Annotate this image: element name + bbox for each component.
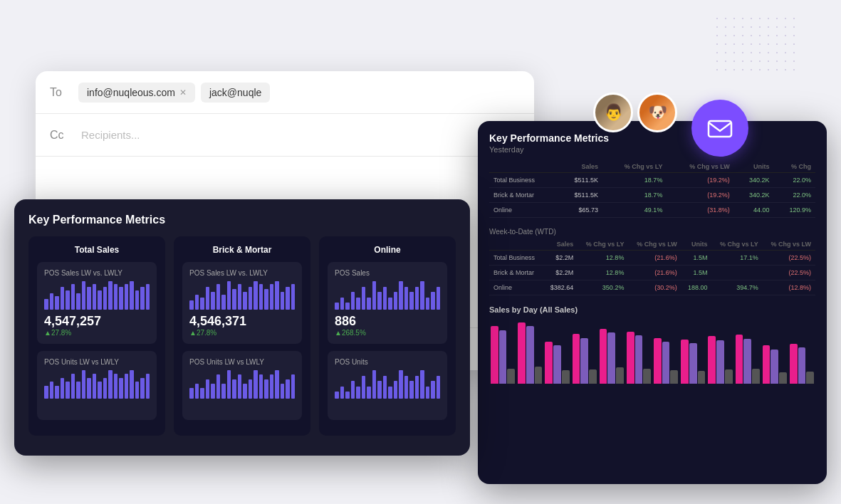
kpi-col-title-1: Brick & Mortar <box>182 245 302 255</box>
table-cell: (31.8%) <box>667 203 733 218</box>
kpi-bar-item <box>254 370 258 399</box>
bar-gray <box>670 370 678 384</box>
sales-chart-section: Sales by Day (All Sales) <box>489 305 815 384</box>
table-cell: 188.00 <box>681 280 712 295</box>
bar-group-7 <box>681 340 705 384</box>
bar-pink <box>627 332 634 384</box>
table-row: Online$382.64350.2%(30.2%)188.00394.7%(1… <box>489 280 815 295</box>
dot-grid-decoration <box>713 14 798 71</box>
kpi-bar-item <box>125 374 129 399</box>
bar-gray <box>643 369 651 384</box>
bar-pink <box>763 345 771 384</box>
bar-pink <box>573 334 580 384</box>
table-header-chg-lw: % Chg vs LW <box>667 161 733 173</box>
kpi-bar-item <box>71 284 75 310</box>
kpi-bar-item <box>275 281 279 310</box>
kpi-bar-item <box>119 378 123 399</box>
bar-purple <box>771 350 778 384</box>
bar-pink <box>681 340 689 384</box>
kpi-col-0: Total SalesPOS Sales LW vs. LWLY4,547,25… <box>28 236 165 436</box>
bar-gray <box>752 369 760 384</box>
table-cell: Total Business <box>489 251 543 266</box>
recipient-chip-2[interactable]: jack@nuqle <box>201 83 270 103</box>
kpi-card-0-0: POS Sales LW vs. LWLY4,547,257▲27.8% <box>37 262 157 344</box>
kpi-right-title: Key Performance Metrics <box>489 132 815 144</box>
kpi-bar-item <box>227 281 231 310</box>
table-cell: (19.2%) <box>667 173 733 188</box>
cc-placeholder[interactable]: Recipients... <box>78 129 140 141</box>
kpi-bar-item <box>87 378 91 399</box>
kpi-bar-item <box>98 290 102 310</box>
kpi-bar-item <box>345 392 350 399</box>
table-cell: 12.8% <box>578 251 628 266</box>
kpi-bars-0-0 <box>44 281 150 310</box>
kpi-bar-item <box>189 300 194 310</box>
bar-group-5 <box>627 332 651 384</box>
kpi-bar-item <box>399 370 403 399</box>
kpi-bar-item <box>195 295 199 310</box>
bar-purple <box>662 342 670 384</box>
kpi-bar-item <box>93 374 97 399</box>
kpi-bar-item <box>103 287 108 310</box>
table-header-chg-ly: % Chg vs LY <box>602 161 667 173</box>
to-chips: info@nuqleous.com ✕ jack@nuqle <box>78 83 270 103</box>
kpi-bar-item <box>388 298 392 310</box>
kpi-bar-item <box>211 384 215 399</box>
kpi-bar-item <box>356 298 360 310</box>
table-cell: (22.5%) <box>763 251 815 266</box>
mail-circle-button[interactable] <box>691 100 748 157</box>
kpi-card-2-0: POS Sales886▲268.5% <box>328 262 447 344</box>
kpi-bar-item <box>243 292 247 310</box>
kpi-bar-item <box>200 388 204 399</box>
kpi-card-label-1-1: POS Units LW vs LWLY <box>189 358 295 366</box>
kpi-bar-item <box>335 392 339 399</box>
kpi-columns: Total SalesPOS Sales LW vs. LWLY4,547,25… <box>28 236 456 436</box>
kpi-bar-item <box>249 287 253 310</box>
kpi-bar-item <box>61 287 65 310</box>
recipient-chip-1[interactable]: info@nuqleous.com ✕ <box>78 83 195 103</box>
kpi-bar-item <box>281 292 285 310</box>
kpi-bar-item <box>61 378 65 399</box>
avatars-group: 👨 🐶 <box>593 93 677 132</box>
kpi-bar-item <box>431 381 435 399</box>
table-header-label <box>489 161 558 173</box>
table-cell: 1.5M <box>681 251 712 266</box>
kpi-bar-item <box>362 376 366 399</box>
kpi-bar-item <box>135 382 140 399</box>
table-row: Brick & Mortar$2.2M12.8%(21.6%)1.5M(22.5… <box>489 266 815 280</box>
bar-purple <box>798 347 806 384</box>
kpi-bar-item <box>232 289 236 310</box>
bar-gray <box>562 370 570 384</box>
kpi-bar-item <box>415 376 419 399</box>
table-cell: 340.2K <box>734 173 774 188</box>
kpi-bar-item <box>108 370 113 399</box>
kpi-bar-item <box>404 376 409 399</box>
bar-gray <box>616 367 624 384</box>
kpi-card-label-1-0: POS Sales LW vs. LWLY <box>189 269 295 277</box>
table-row: Online$65.7349.1%(31.8%)44.00120.9% <box>489 203 815 218</box>
bar-pink <box>600 329 607 384</box>
bar-gray <box>698 371 706 384</box>
kpi-bar-item <box>351 381 355 399</box>
bar-group-9 <box>736 335 760 384</box>
kpi-bar-item <box>243 384 247 399</box>
kpi-value-1-0: 4,546,371 <box>189 314 295 329</box>
table-cell: 49.1% <box>602 203 667 218</box>
kpi-bar-item <box>221 295 226 310</box>
bar-pink <box>708 336 716 384</box>
kpi-bar-item <box>372 281 377 310</box>
kpi-bar-item <box>232 379 236 399</box>
avatar-dog: 🐶 <box>637 93 677 132</box>
kpi-bar-item <box>50 293 54 310</box>
kpi-bar-item <box>103 378 108 399</box>
bar-gray <box>779 372 787 384</box>
kpi-card-0-1: POS Units LW vs LWLY <box>37 351 157 420</box>
table-cell: (19.2%) <box>667 188 733 203</box>
kpi-bar-item <box>55 386 59 399</box>
kpi-bars-0-1 <box>44 370 150 399</box>
bar-gray <box>535 367 543 384</box>
kpi-bar-item <box>55 296 59 310</box>
kpi-bar-item <box>431 292 435 310</box>
kpi-bar-item <box>125 284 129 310</box>
chip-remove-1[interactable]: ✕ <box>179 88 187 98</box>
